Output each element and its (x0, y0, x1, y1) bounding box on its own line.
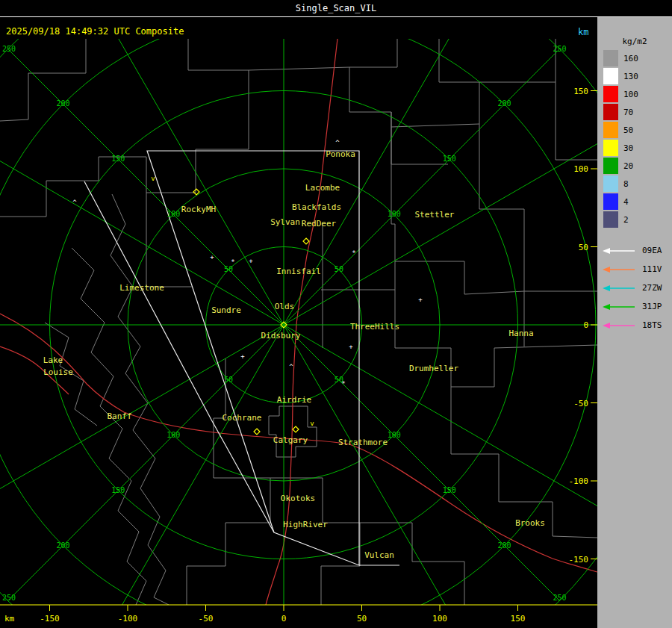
town-label: Blackfalds (292, 202, 341, 212)
town-label: Lake (43, 355, 63, 365)
site-id-label: 09EA (642, 246, 662, 255)
scale-entry: 20 (603, 158, 638, 174)
scale-color-swatch (603, 175, 618, 192)
town-label: ThreeHills (350, 322, 399, 332)
bottom-axis-tick-label: -100 (118, 614, 138, 624)
town-label: Sylvan (270, 217, 300, 227)
right-axis-tick-label: -150 (569, 555, 589, 565)
svg-text:250: 250 (553, 45, 566, 53)
town-label: Olds (275, 302, 295, 311)
svg-text:100: 100 (167, 210, 180, 218)
scale-color-swatch (603, 158, 618, 174)
svg-text:v: v (310, 420, 314, 427)
site-entry: 09EA (602, 241, 662, 260)
town-label: Okotoks (281, 494, 315, 503)
site-arrow-icon (602, 246, 636, 255)
radar-map-canvas[interactable]: 5010015020025050100150200250501001502002… (0, 39, 597, 628)
right-axis-tick-label: 50 (579, 243, 588, 252)
svg-text:200: 200 (56, 541, 69, 550)
town-label: Drumheller (409, 364, 459, 373)
site-entry: 18TS (602, 316, 662, 335)
scale-value-label: 8 (623, 179, 629, 189)
site-entry: 31JP (602, 297, 662, 316)
svg-text:150: 150 (443, 155, 456, 163)
bottom-axis-tick-label: 50 (357, 614, 367, 624)
svg-text:+: + (349, 343, 353, 350)
town-label: Sundre (211, 305, 241, 315)
svg-text:50: 50 (335, 265, 343, 273)
svg-text:*: * (341, 380, 345, 388)
town-label: Limestone (119, 283, 164, 293)
site-arrow-icon (602, 321, 636, 330)
site-id-label: 27ZW (642, 283, 662, 293)
town-label: RockyMH (181, 205, 216, 214)
title-bar: Single_Scan_VIL (0, 0, 672, 17)
svg-text:250: 250 (553, 594, 566, 602)
svg-text:*: * (352, 249, 355, 257)
legend-panel: kg/m2 16013010070503020842 09EA111V27ZW3… (597, 17, 672, 628)
color-scale: 16013010070503020842 (603, 50, 638, 229)
town-label: Stettler (415, 210, 455, 220)
svg-text:100: 100 (388, 210, 401, 218)
svg-text:150: 150 (111, 155, 125, 163)
right-axis-tick-label: -100 (569, 476, 589, 486)
scale-color-swatch (603, 68, 618, 84)
svg-text:100: 100 (388, 431, 401, 439)
town-label: Didsbury (261, 331, 301, 341)
town-label: Brooks (515, 518, 545, 528)
scale-units-label: kg/m2 (597, 37, 672, 46)
svg-text:+: + (240, 352, 245, 360)
scale-entry: 2 (603, 211, 638, 228)
scale-entry: 30 (603, 140, 638, 156)
svg-text:50: 50 (224, 376, 233, 384)
site-id-label: 18TS (642, 320, 662, 330)
site-entry: 111V (602, 260, 662, 279)
town-label: Louise (43, 367, 73, 377)
town-label: RedDeer (302, 219, 337, 228)
radar-site-legend: 09EA111V27ZW31JP18TS (602, 241, 662, 335)
svg-text:+: + (418, 296, 423, 303)
town-label: Hanna (508, 329, 533, 338)
scale-value-label: 4 (623, 197, 629, 207)
window-title: Single_Scan_VIL (296, 3, 376, 13)
scale-entry: 70 (603, 104, 638, 120)
scale-value-label: 30 (623, 143, 633, 153)
scale-entry: 160 (603, 50, 638, 66)
scale-entry: 130 (603, 68, 638, 84)
scale-color-swatch (603, 122, 618, 138)
town-label: Banff (107, 411, 131, 421)
right-axis-tick-label: -50 (573, 399, 588, 408)
svg-text:^: ^ (335, 139, 340, 146)
bottom-axis-tick-label: -150 (40, 614, 60, 624)
svg-text:*: * (231, 258, 234, 266)
scale-value-label: 130 (623, 72, 638, 81)
town-labels: PonokaLacombeBlackfaldsRedDeerSylvanStet… (43, 149, 545, 560)
right-axis-tick-label: 100 (573, 164, 588, 174)
scale-value-label: 160 (623, 54, 638, 63)
bottom-axis-tick-label: 0 (281, 614, 287, 624)
scale-value-label: 20 (623, 161, 633, 171)
svg-text:v: v (151, 175, 155, 182)
scale-color-swatch (603, 50, 618, 66)
town-label: Airdrie (277, 395, 311, 405)
town-label: Ponoka (326, 149, 355, 159)
radar-app-window: Single_Scan_VIL 2025/09/18 14:49:32 UTC … (0, 0, 672, 628)
town-label: Cochrane (223, 413, 262, 423)
svg-text:150: 150 (111, 486, 125, 494)
scale-value-label: 50 (623, 125, 633, 135)
site-arrow-icon (602, 302, 636, 311)
svg-text:^: ^ (72, 199, 77, 206)
right-axis-tick-label: 150 (573, 87, 588, 96)
town-label: Vulcan (364, 550, 394, 560)
svg-text:250: 250 (2, 594, 16, 602)
scale-value-label: 2 (623, 215, 629, 225)
site-arrow-icon (602, 284, 636, 293)
bottom-axis-tick-label: 150 (511, 614, 526, 624)
site-arrow-icon (602, 265, 636, 274)
scale-color-swatch (603, 86, 618, 102)
right-axis-tick-label: 0 (583, 320, 588, 330)
svg-text:200: 200 (56, 99, 69, 108)
right-axis-unit-label: km (578, 27, 588, 37)
svg-text:+: + (249, 257, 253, 264)
town-label: Calgary (273, 435, 308, 445)
